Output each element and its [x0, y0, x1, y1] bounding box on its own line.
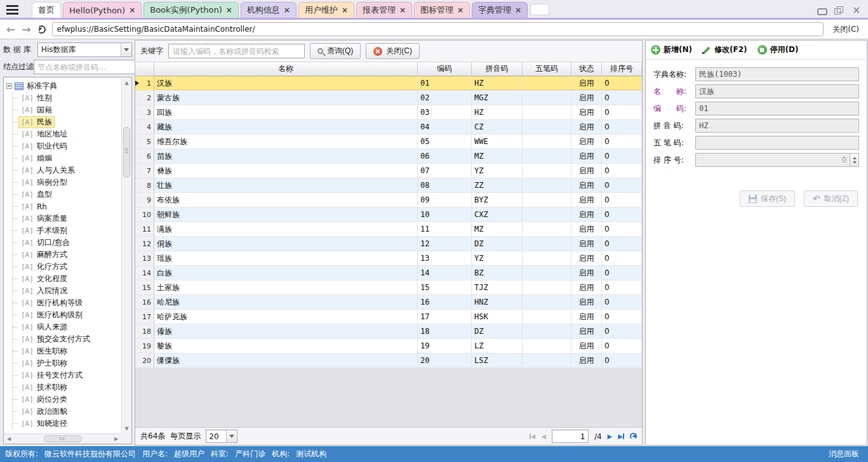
back-icon[interactable]: ← — [6, 24, 15, 35]
field-input[interactable] — [695, 119, 859, 133]
tree-item-民族[interactable]: [A]民族 — [13, 116, 121, 128]
scroll-left-icon[interactable]: ◀ — [4, 434, 14, 444]
tab-字典管理[interactable]: 字典管理× — [472, 2, 528, 18]
tree-item-麻醉方式[interactable]: [A]麻醉方式 — [13, 249, 121, 261]
tab-Book实例(Python)[interactable]: Book实例(Python)× — [144, 2, 239, 18]
tree-item-Rh[interactable]: [A]Rh — [13, 201, 121, 213]
address-input[interactable] — [52, 22, 824, 36]
tree-item-病人来源[interactable]: [A]病人来源 — [13, 321, 121, 333]
refresh-icon[interactable] — [37, 25, 46, 34]
tree-item-医疗机构级别[interactable]: [A]医疗机构级别 — [13, 309, 121, 321]
tab-close-icon[interactable]: × — [342, 7, 348, 13]
scroll-right-icon[interactable]: ▶ — [111, 434, 121, 444]
table-row[interactable]: 17哈萨克族17HSK启用0 — [135, 310, 642, 324]
field-input[interactable] — [695, 67, 859, 81]
table-row[interactable]: 11满族11MZ启用0 — [135, 222, 642, 237]
table-row[interactable]: 1汉族01HZ启用0 — [135, 76, 642, 91]
hamburger-menu-icon[interactable] — [6, 3, 23, 16]
field-input[interactable] — [695, 84, 859, 98]
database-select-arrow-icon[interactable] — [121, 43, 131, 56]
scroll-up-icon[interactable]: ▲ — [122, 77, 132, 88]
table-row[interactable]: 2蒙古族02MGZ启用0 — [135, 91, 642, 105]
tab-close-icon[interactable]: × — [226, 7, 232, 13]
node-filter-input[interactable] — [34, 60, 140, 74]
tree-item-性别[interactable]: [A]性别 — [13, 92, 121, 104]
table-row[interactable]: 5维吾尔族05WWE启用0 — [135, 135, 642, 149]
next-page-icon[interactable]: ▶ — [608, 433, 613, 440]
field-input[interactable] — [695, 136, 859, 150]
tab-Hello(Python)[interactable]: Hello(Python)× — [63, 2, 142, 18]
table-row[interactable]: 9布依族09BYZ启用0 — [135, 193, 642, 208]
tab-机构信息[interactable]: 机构信息× — [241, 2, 297, 18]
spin-down-icon[interactable] — [853, 161, 857, 166]
vertical-scroll-thumb[interactable] — [123, 127, 130, 178]
column-header-名称[interactable]: 名称 — [154, 62, 418, 76]
tree-item-病例分型[interactable]: [A]病例分型 — [13, 176, 121, 188]
tree-vertical-scrollbar[interactable]: ▲ ▼ — [121, 77, 131, 433]
action-add-button[interactable]: 新增(N) — [651, 44, 692, 55]
tab-close-icon[interactable]: × — [284, 7, 290, 13]
tree-item-血型[interactable]: [A]血型 — [13, 188, 121, 201]
column-header-拼音码[interactable]: 拼音码 — [472, 62, 523, 76]
table-row[interactable]: 3回族03HZ启用0 — [135, 105, 642, 120]
tree-item-文化程度[interactable]: [A]文化程度 — [13, 273, 121, 285]
table-row[interactable]: 13瑶族13YZ启用0 — [135, 251, 642, 266]
table-row[interactable]: 20傈僳族20LSZ启用0 — [135, 353, 642, 368]
last-page-icon[interactable]: ▶ — [618, 433, 624, 440]
tree-item-切口/愈合[interactable]: [A]切口/愈合 — [13, 237, 121, 249]
column-header-五笔码[interactable]: 五笔码 — [523, 62, 571, 76]
tree-root-standard-dictionary[interactable]: 标准字典 — [6, 80, 121, 92]
search-button[interactable]: 查询(Q) — [310, 43, 361, 59]
table-row[interactable]: 14白族14BZ启用0 — [135, 266, 642, 280]
table-row[interactable]: 7彝族07YZ启用0 — [135, 164, 642, 178]
grid-refresh-icon[interactable] — [630, 433, 637, 440]
table-row[interactable]: 12侗族12DZ启用0 — [135, 237, 642, 251]
save-button[interactable]: 保存(S) — [740, 190, 795, 207]
scroll-down-icon[interactable]: ▼ — [122, 423, 132, 433]
tree-item-技术职称[interactable]: [A]技术职称 — [13, 381, 121, 393]
minimize-icon[interactable] — [817, 6, 825, 14]
table-row[interactable]: 6苗族06MZ启用0 — [135, 149, 642, 164]
table-row[interactable]: 19黎族19LZ启用0 — [135, 339, 642, 353]
tab-用户维护[interactable]: 用户维护× — [298, 2, 354, 18]
spin-up-icon[interactable] — [853, 155, 857, 159]
page-number-input[interactable] — [552, 430, 589, 443]
cancel-button[interactable]: ↶ 取消(Z) — [804, 190, 858, 207]
tree-item-婚姻[interactable]: [A]婚姻 — [13, 152, 121, 164]
tab-close-icon[interactable]: × — [129, 7, 135, 13]
tree-item-预交金支付方式[interactable]: [A]预交金支付方式 — [13, 333, 121, 345]
table-row[interactable]: 18傣族18DZ启用0 — [135, 324, 642, 339]
tab-报表管理[interactable]: 报表管理× — [356, 2, 412, 18]
tab-图标管理[interactable]: 图标管理× — [414, 2, 470, 18]
restore-icon[interactable] — [834, 6, 843, 14]
table-row[interactable]: 10朝鲜族10CXZ启用0 — [135, 208, 642, 222]
tree-expander-icon[interactable] — [6, 83, 12, 89]
new-tab-button[interactable] — [530, 4, 549, 15]
message-panel-button[interactable]: 消息面板 — [825, 449, 863, 459]
tree-item-护士职称[interactable]: [A]护士职称 — [13, 357, 121, 369]
horizontal-scroll-thumb[interactable] — [44, 435, 82, 442]
table-row[interactable]: 4藏族04CZ启用0 — [135, 120, 642, 135]
table-row[interactable]: 16哈尼族16HNZ启用0 — [135, 295, 642, 310]
tab-首页[interactable]: 首页 — [32, 2, 61, 18]
tree-item-入院情况[interactable]: [A]入院情况 — [13, 285, 121, 297]
spinner-buttons[interactable] — [850, 153, 859, 167]
prev-page-icon[interactable]: ◀ — [541, 433, 546, 440]
database-select[interactable]: His数据库 — [37, 43, 132, 57]
tree-item-医疗机构等级[interactable]: [A]医疗机构等级 — [13, 297, 121, 309]
tree-item-病案质量[interactable]: [A]病案质量 — [13, 213, 121, 225]
column-header-编码[interactable]: 编码 — [418, 62, 472, 76]
column-header-状态[interactable]: 状态 — [571, 62, 602, 76]
tree-item-岗位分类[interactable]: [A]岗位分类 — [13, 393, 121, 406]
tree-item-手术级别[interactable]: [A]手术级别 — [13, 225, 121, 237]
action-edit-button[interactable]: 修改(F2) — [702, 44, 747, 55]
per-page-select[interactable]: 20 — [206, 430, 237, 443]
nav-close-button[interactable]: 关闭(C) — [830, 24, 862, 35]
tree-item-职业代码[interactable]: [A]职业代码 — [13, 140, 121, 152]
action-stop-button[interactable]: 停用(D) — [758, 44, 799, 55]
tab-close-icon[interactable]: × — [515, 7, 521, 13]
tree-item-医生职称[interactable]: [A]医生职称 — [13, 345, 121, 357]
tree-item-政治面貌[interactable]: [A]政治面貌 — [13, 406, 121, 418]
tree-item-知晓途径[interactable]: [A]知晓途径 — [13, 418, 121, 430]
forward-icon[interactable]: → — [22, 24, 30, 35]
